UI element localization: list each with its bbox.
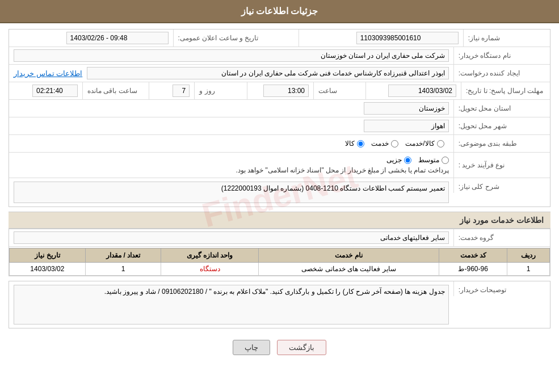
nam-dastgah-value: شرکت ملی حفاری ایران در استان خوزستان — [14, 49, 449, 62]
col-radif: ردیف — [507, 248, 550, 263]
shahr-label: شهر محل تحویل: — [459, 122, 509, 130]
ostan-value: خوزستان — [364, 102, 449, 115]
back-button[interactable]: بازگشت — [277, 340, 326, 355]
date-value: 1403/03/02 — [388, 85, 456, 97]
col-tedad: تعداد / مقدار — [85, 248, 161, 263]
farayand-desc: پرداخت تمام یا بخشی از مبلغ خریدار از مح… — [236, 166, 448, 174]
sharh-kolli-label: شرح کلی نیاز: — [459, 183, 502, 191]
services-table: ردیف کد خدمت نام خدمت واحد اندازه گیری ت… — [9, 248, 550, 276]
shahr-value: اهواز — [364, 120, 449, 132]
print-button[interactable]: چاپ — [233, 340, 270, 355]
baghimande-label: ساعت باقی مانده — [87, 87, 140, 95]
radio-motavaset[interactable]: متوسط — [418, 156, 449, 164]
saat-value: 13:00 — [263, 85, 309, 97]
farayand-radio-group: متوسط جزیی — [386, 156, 449, 164]
tabaqe-radio-group: کالا/خدمت خدمت کالا — [14, 137, 449, 150]
tabaqe-label: طبقه بندی موضوعی: — [459, 140, 519, 147]
col-vahed: واحد اندازه گیری — [161, 248, 258, 263]
ijad-konande-label: ایجاد کننده درخواست: — [459, 69, 522, 77]
noe-farayand-label: نوع فرآیند خرید : — [459, 161, 507, 169]
saat-label: ساعت — [318, 87, 339, 95]
radio-kala[interactable]: کالا — [345, 140, 364, 147]
shomareNiaz-value: 1103093985001610 — [356, 32, 459, 44]
radio-kala-khadamat[interactable]: کالا/خدمت — [405, 140, 444, 147]
ijad-konande-value: ابوذر اعتدالی قنبرزاده کارشناس خدمات فنی… — [87, 67, 448, 79]
baghimande-value: 02:21:40 — [32, 85, 78, 97]
grouh-khadamat-value: سایر فعالیتهای خدماتی — [14, 231, 449, 244]
rooz-value: 7 — [173, 85, 190, 97]
ostan-label: استان محل تحویل: — [459, 104, 513, 112]
rooz-label: روز و — [199, 87, 217, 95]
table-row: 1960-96-طسایر فعالیت های خدماتی شخصیدستگ… — [10, 263, 550, 276]
tarikh-saat-value: 1403/02/26 - 09:48 — [66, 32, 169, 44]
col-nam: نام خدمت — [258, 248, 439, 263]
mohlat-label: مهلت ارسال پاسخ: تا تاریخ: — [466, 87, 545, 95]
radio-khadamat[interactable]: خدمت — [371, 140, 398, 147]
ettelaat-khadamat-title: اطلاعات خدمات مورد نیاز — [9, 212, 550, 229]
nam-dastgah-label: نام دستگاه خریدار: — [459, 52, 513, 60]
sharh-kolli-value[interactable] — [14, 182, 449, 203]
page-title: جزئیات اطلاعات نیاز — [0, 0, 559, 23]
grouh-khadamat-label: گروه خدمت: — [459, 234, 497, 242]
button-group: بازگشت چاپ — [9, 333, 550, 362]
tosif-value[interactable] — [14, 285, 449, 324]
ettelaat-tamas-link[interactable]: اطلاعات تماس خریدار — [14, 69, 82, 78]
tarikh-saat-label: تاریخ و ساعت اعلان عمومی: — [178, 34, 261, 42]
radio-jazei[interactable]: جزیی — [386, 156, 411, 164]
col-tarikh: تاریخ نیاز — [10, 248, 86, 263]
tosif-label: توصیحات خریدار: — [459, 286, 509, 294]
col-kod: کد خدمت — [439, 248, 507, 263]
shomareNiaz-label: شماره نیاز: — [468, 34, 503, 42]
